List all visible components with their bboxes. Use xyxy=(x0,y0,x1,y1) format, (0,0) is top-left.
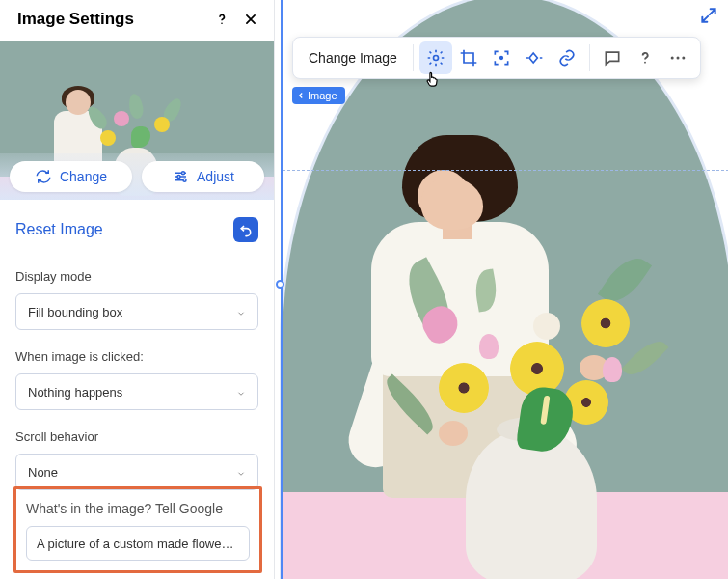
chevron-down-icon xyxy=(236,307,246,317)
sidebar-header: Image Settings xyxy=(0,0,274,41)
expand-icon[interactable] xyxy=(699,6,718,25)
alt-text-value: A picture of a custom made flowe… xyxy=(37,537,233,551)
change-button-label: Change xyxy=(60,169,107,184)
scroll-behavior-select[interactable]: None xyxy=(15,454,258,490)
svg-point-5 xyxy=(500,57,503,60)
canvas-area: Image Change Image xyxy=(275,0,728,579)
resize-handle-left[interactable] xyxy=(276,280,284,289)
link-icon[interactable] xyxy=(551,41,583,74)
comment-icon[interactable] xyxy=(596,41,629,74)
svg-point-3 xyxy=(183,179,186,181)
scroll-behavior-label: Scroll behavior xyxy=(15,429,258,444)
change-image-button[interactable]: Change Image xyxy=(299,50,407,66)
alt-text-highlight: What's in the image? Tell Google A pictu… xyxy=(13,486,262,573)
focal-point-icon[interactable] xyxy=(485,41,518,74)
svg-point-7 xyxy=(671,57,674,60)
display-mode-section: Display mode Fill bounding box xyxy=(0,260,274,340)
display-mode-label: Display mode xyxy=(15,269,258,284)
on-click-value: Nothing happens xyxy=(28,385,122,400)
svg-point-2 xyxy=(177,176,180,179)
image-toolbar: Change Image xyxy=(292,37,701,79)
chevron-down-icon xyxy=(236,467,246,477)
on-click-label: When image is clicked: xyxy=(15,349,258,364)
scroll-behavior-value: None xyxy=(28,465,58,480)
close-icon[interactable] xyxy=(241,10,260,29)
element-badge-label: Image xyxy=(308,90,337,101)
adjust-button[interactable]: Adjust xyxy=(142,161,264,192)
help-toolbar-icon[interactable] xyxy=(629,41,661,74)
element-badge[interactable]: Image xyxy=(292,87,345,104)
image-element[interactable] xyxy=(283,0,728,579)
preview-overlay: Change Adjust xyxy=(0,153,274,200)
more-icon[interactable] xyxy=(661,41,694,74)
on-click-section: When image is clicked: Nothing happens xyxy=(0,340,274,420)
sidebar-title: Image Settings xyxy=(17,10,134,29)
help-icon[interactable] xyxy=(212,10,231,29)
image-preview: Change Adjust xyxy=(0,41,274,200)
sidebar-header-actions xyxy=(212,10,260,29)
reset-row: Reset Image xyxy=(0,200,274,260)
animation-icon[interactable] xyxy=(518,41,551,74)
guide-line xyxy=(283,170,728,171)
svg-point-0 xyxy=(221,22,223,24)
undo-button[interactable] xyxy=(233,217,258,242)
alt-text-input[interactable]: A picture of a custom made flowe… xyxy=(26,526,250,561)
chevron-down-icon xyxy=(236,387,246,397)
reset-image-link[interactable]: Reset Image xyxy=(15,221,103,238)
svg-point-4 xyxy=(433,56,438,61)
change-button[interactable]: Change xyxy=(10,161,132,192)
svg-point-1 xyxy=(182,172,185,175)
toolbar-separator xyxy=(413,44,414,71)
alt-text-label: What's in the image? Tell Google xyxy=(26,501,250,516)
settings-sidebar: Image Settings xyxy=(0,0,275,579)
svg-point-9 xyxy=(682,57,685,60)
adjust-button-label: Adjust xyxy=(197,169,234,184)
on-click-select[interactable]: Nothing happens xyxy=(15,373,258,410)
crop-icon[interactable] xyxy=(452,41,485,74)
display-mode-select[interactable]: Fill bounding box xyxy=(15,293,258,330)
toolbar-separator xyxy=(589,44,590,71)
svg-point-8 xyxy=(676,57,679,60)
settings-gear-icon[interactable] xyxy=(419,41,452,74)
display-mode-value: Fill bounding box xyxy=(28,305,122,319)
svg-point-6 xyxy=(644,62,646,64)
